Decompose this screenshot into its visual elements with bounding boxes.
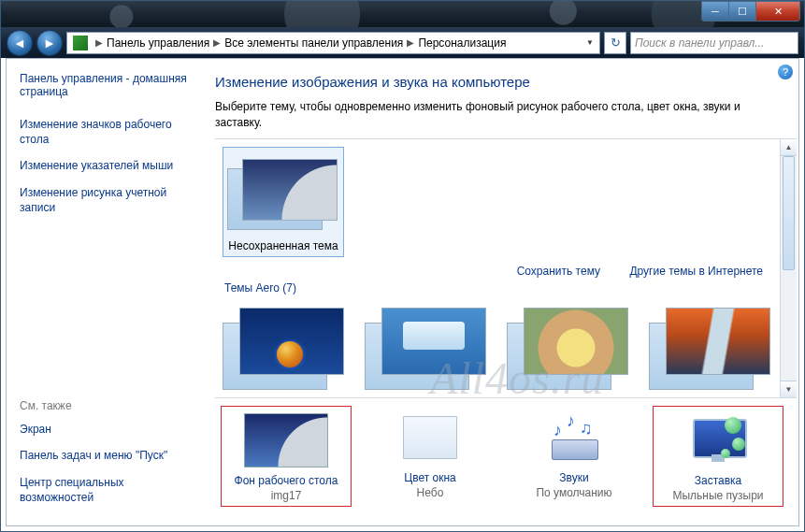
theme-list: ▲ ▼ Несохраненная тема Сохранить тему Др…	[215, 138, 797, 398]
theme-label: Несохраненная тема	[225, 236, 341, 254]
aero-theme-3[interactable]	[507, 298, 638, 395]
save-theme-link[interactable]: Сохранить тему	[517, 265, 600, 278]
breadcrumb-item[interactable]: Персонализация	[418, 36, 506, 50]
sidebar: Панель управления - домашняя страница Из…	[7, 59, 206, 525]
maximize-button[interactable]: ☐	[728, 1, 756, 22]
option-value: По умолчанию	[509, 486, 640, 499]
wallpaper-icon	[244, 413, 328, 467]
chevron-right-icon: ▶	[213, 37, 221, 48]
sidebar-link-taskbar[interactable]: Панель задач и меню "Пуск"	[20, 448, 194, 463]
page-title: Изменение изображения и звука на компьют…	[215, 74, 797, 90]
control-panel-window: ─ ☐ ✕ ◄ ► ▶ Панель управления ▶ Все элем…	[0, 0, 805, 532]
navbar: ◄ ► ▶ Панель управления ▶ Все элементы п…	[1, 27, 804, 58]
window-buttons: ─ ☐ ✕	[702, 1, 800, 20]
titlebar[interactable]: ─ ☐ ✕	[1, 1, 804, 27]
option-label: Звуки	[509, 471, 640, 484]
option-label: Фон рабочего стола	[223, 474, 349, 487]
option-window-color[interactable]: Цвет окна Небо	[365, 406, 496, 507]
back-button[interactable]: ◄	[7, 30, 33, 56]
theme-action-links: Сохранить тему Другие темы в Интернете	[223, 265, 763, 278]
content-area: Панель управления - домашняя страница Из…	[6, 58, 799, 526]
help-icon[interactable]: ?	[778, 65, 793, 79]
main-panel: ? Изменение изображения и звука на компь…	[206, 59, 798, 525]
scroll-thumb[interactable]	[783, 156, 795, 270]
option-desktop-background[interactable]: Фон рабочего стола img17	[221, 406, 352, 507]
sounds-icon: ♪♫♪	[546, 413, 602, 462]
aero-theme-4[interactable]	[649, 298, 780, 395]
sidebar-link-desktop-icons[interactable]: Изменение значков рабочего стола	[20, 117, 194, 147]
sidebar-link-account-picture[interactable]: Изменение рисунка учетной записи	[20, 185, 194, 215]
breadcrumb[interactable]: ▶ Панель управления ▶ Все элементы панел…	[66, 32, 600, 54]
option-screensaver[interactable]: Заставка Мыльные пузыри	[653, 406, 783, 507]
scroll-up-button[interactable]: ▲	[781, 139, 797, 156]
sidebar-link-mouse-pointers[interactable]: Изменение указателей мыши	[20, 158, 194, 173]
scroll-down-button[interactable]: ▼	[781, 381, 797, 397]
option-label: Заставка	[655, 474, 781, 487]
breadcrumb-dropdown[interactable]: ▼	[582, 38, 597, 47]
aero-header: Темы Aero (7)	[224, 281, 780, 295]
chevron-right-icon: ▶	[407, 37, 414, 48]
search-input[interactable]: Поиск в панели управл...	[630, 32, 798, 54]
option-sounds[interactable]: ♪♫♪ Звуки По умолчанию	[509, 406, 640, 507]
close-button[interactable]: ✕	[755, 1, 800, 22]
minimize-button[interactable]: ─	[701, 1, 729, 22]
online-themes-link[interactable]: Другие темы в Интернете	[629, 265, 763, 278]
options-row: Фон рабочего стола img17 Цвет окна Небо …	[215, 398, 797, 507]
forward-button[interactable]: ►	[36, 30, 63, 56]
theme-thumbnail	[227, 151, 339, 236]
page-description: Выберите тему, чтобы одновременно измени…	[215, 99, 757, 131]
option-value: Мыльные пузыри	[655, 489, 781, 502]
aero-theme-2[interactable]	[365, 298, 496, 395]
option-label: Цвет окна	[365, 471, 496, 484]
control-panel-icon	[73, 36, 88, 50]
color-swatch-icon	[403, 416, 457, 459]
aero-theme-1[interactable]	[223, 298, 353, 395]
breadcrumb-item[interactable]: Панель управления	[107, 36, 209, 50]
aero-themes-row	[223, 298, 780, 395]
search-placeholder: Поиск в панели управл...	[635, 36, 764, 50]
refresh-button[interactable]: ↻	[604, 32, 626, 54]
option-value: Небо	[365, 486, 496, 499]
see-also-header: См. также	[20, 399, 194, 412]
sidebar-home-link[interactable]: Панель управления - домашняя страница	[20, 72, 194, 98]
chevron-right-icon: ▶	[95, 37, 103, 48]
option-value: img17	[223, 489, 349, 502]
breadcrumb-item[interactable]: Все элементы панели управления	[224, 36, 403, 50]
sidebar-link-display[interactable]: Экран	[20, 422, 194, 437]
sidebar-link-ease-of-access[interactable]: Центр специальных возможностей	[20, 475, 194, 505]
scrollbar[interactable]: ▲ ▼	[780, 139, 797, 397]
theme-unsaved[interactable]: Несохраненная тема	[223, 147, 344, 257]
screensaver-icon	[687, 415, 749, 466]
